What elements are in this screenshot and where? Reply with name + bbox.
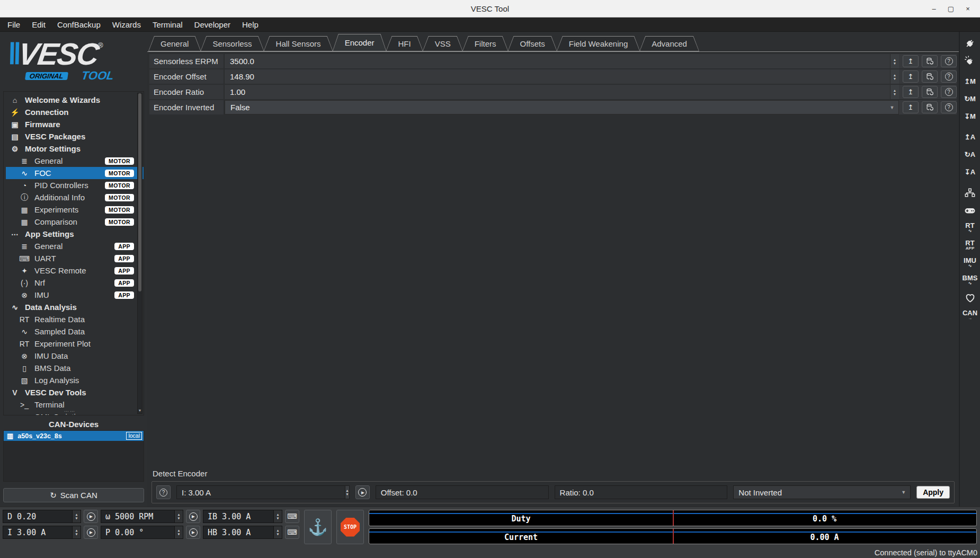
write-app-config-icon[interactable]: ↥A [961, 131, 979, 144]
setpoint-field-p[interactable]: P 0.00 ° ▲▼ [101, 526, 183, 539]
spinner-arrows[interactable]: ▲▼ [273, 510, 282, 522]
tab-vss[interactable]: VSS [423, 36, 463, 51]
keyboard-control-button[interactable]: ⌨ [285, 510, 299, 523]
bms-data-icon[interactable]: BMS∿ [961, 274, 979, 287]
param-help-button[interactable]: ? [941, 55, 957, 67]
write-motor-config-icon[interactable]: ↥M [961, 75, 979, 88]
detect-offset-field[interactable]: Offset: 0.0 [376, 485, 549, 499]
sidebar-item-app-settings[interactable]: ⋯ App Settings [6, 228, 144, 240]
sidebar-item-firmware[interactable]: ▣ Firmware [6, 118, 144, 130]
setpoint-field-i[interactable]: I 3.00 A ▲▼ [3, 526, 81, 539]
menu-item-terminal[interactable]: Terminal [147, 19, 188, 31]
minimize-button[interactable]: – [927, 3, 941, 14]
write-param-button[interactable]: ↥ [903, 101, 919, 113]
reload-motor-config-icon[interactable]: ↻M [961, 93, 979, 105]
sidebar-item-general[interactable]: ≣ General MOTOR [6, 155, 144, 167]
menu-item-help[interactable]: Help [237, 19, 264, 31]
sidebar-item-nrf[interactable]: (·) Nrf APP [6, 277, 144, 289]
param-help-button[interactable]: ? [941, 101, 957, 113]
sidebar-item-imu-data[interactable]: ⊗ IMU Data [6, 350, 144, 362]
tab-field-weakening[interactable]: Field Weakening [557, 36, 640, 51]
write-param-button[interactable]: ↥ [903, 70, 919, 83]
param-value-field[interactable]: False ▼ [225, 100, 899, 114]
param-help-button[interactable]: ? [941, 86, 957, 98]
detect-ratio-field[interactable]: Ratio: 0.0 [555, 485, 728, 499]
nav-scroll-down-icon[interactable]: ▼ [138, 407, 142, 413]
detect-help-button[interactable]: ? [156, 485, 171, 499]
maximize-button[interactable]: ▢ [944, 3, 958, 14]
spinner-arrows[interactable]: ▲▼ [890, 85, 899, 99]
run-setpoint-button[interactable]: ▶ [84, 510, 98, 523]
read-motor-config-icon[interactable]: ↧M [961, 110, 979, 123]
can-forward-icon[interactable] [961, 187, 979, 199]
rt-app-data-icon[interactable]: RTAPP [961, 239, 979, 252]
apply-button[interactable]: Apply [916, 486, 950, 499]
spinner-arrows[interactable]: ▲▼ [345, 486, 349, 499]
scan-can-button[interactable]: ↻ Scan CAN [3, 488, 144, 502]
nav-scrollbar-thumb[interactable] [138, 93, 141, 291]
tab-sensorless[interactable]: Sensorless [200, 36, 264, 51]
sidebar-item-welcome-wizards[interactable]: ⌂ Welcome & Wizards [6, 94, 144, 106]
connect-icon[interactable] [961, 37, 979, 50]
param-value-field[interactable]: 3500.0 [225, 54, 890, 68]
spinner-arrows[interactable]: ▲▼ [273, 526, 282, 538]
param-help-button[interactable]: ? [941, 70, 957, 83]
can-status-icon[interactable]: CAN→ [961, 309, 979, 322]
sidebar-item-sampled-data[interactable]: ∿ Sampled Data [6, 325, 144, 338]
keep-alive-icon[interactable] [961, 291, 979, 304]
gamepad-icon[interactable] [961, 204, 979, 217]
write-param-button[interactable]: ↥ [903, 55, 919, 67]
tab-hfi[interactable]: HFI [386, 36, 423, 51]
write-param-button[interactable]: ↥ [903, 86, 919, 98]
sidebar-item-foc[interactable]: ∿ FOC MOTOR [6, 167, 144, 179]
sidebar-item-additional-info[interactable]: ⓘ Additional Info MOTOR [6, 191, 144, 203]
imu-data-icon[interactable]: IMU∿ [961, 256, 979, 269]
sidebar-item-vesc-dev-tools[interactable]: V VESC Dev Tools [6, 386, 144, 398]
restore-param-button[interactable] [922, 101, 938, 113]
sidebar-item-connection[interactable]: ⚡ Connection [6, 106, 144, 118]
sidebar-item-data-analysis[interactable]: ∿ Data Analysis [6, 301, 144, 313]
restore-param-button[interactable] [922, 70, 938, 83]
keyboard-control-button[interactable]: ⌨ [285, 526, 299, 539]
disconnect-icon[interactable] [961, 55, 979, 67]
spinner-arrows[interactable]: ▲▼ [72, 526, 81, 538]
sidebar-item-pid-controllers[interactable]: ◔ PID Controllers MOTOR [6, 179, 144, 191]
spinner-arrows[interactable]: ▲▼ [174, 510, 183, 522]
detect-current-spinbox[interactable]: I: 3.00 A ▲▼ [176, 485, 350, 499]
sidebar-item-imu[interactable]: ⊗ IMU APP [6, 289, 144, 301]
setpoint-field-ib[interactable]: IB 3.00 A ▲▼ [203, 510, 282, 523]
spinner-arrows[interactable]: ▲▼ [890, 69, 899, 84]
sidebar-item-experiment-plot[interactable]: RT Experiment Plot [6, 338, 144, 350]
menu-item-developer[interactable]: Developer [189, 19, 236, 31]
tab-filters[interactable]: Filters [462, 36, 509, 51]
sidebar-item-general[interactable]: ≣ General APP [6, 240, 144, 252]
rt-data-icon[interactable]: RT∿ [961, 222, 979, 234]
nav-scrollbar[interactable]: ▼ [137, 93, 142, 414]
sidebar-item-uart[interactable]: ⌨ UART APP [6, 252, 144, 264]
spinner-arrows[interactable]: ▲▼ [72, 510, 81, 522]
param-value-field[interactable]: 1.00 [225, 85, 890, 99]
sidebar-item-realtime-data[interactable]: RT Realtime Data [6, 313, 144, 325]
menu-item-confbackup[interactable]: ConfBackup [52, 19, 106, 31]
setpoint-field-hb[interactable]: HB 3.00 A ▲▼ [203, 526, 282, 539]
setpoint-field-[interactable]: ω 5000 RPM ▲▼ [101, 510, 183, 523]
run-setpoint-button[interactable]: ▶ [84, 526, 98, 539]
read-app-config-icon[interactable]: ↧A [961, 166, 979, 179]
sidebar-item-bms-data[interactable]: ▯ BMS Data [6, 362, 144, 374]
menu-item-wizards[interactable]: Wizards [107, 19, 146, 31]
run-setpoint-button[interactable]: ▶ [186, 526, 200, 539]
close-button[interactable]: × [961, 3, 975, 14]
run-setpoint-button[interactable]: ▶ [186, 510, 200, 523]
sidebar-item-experiments[interactable]: ▦ Experiments MOTOR [6, 203, 144, 216]
sidebar-item-comparison[interactable]: ▦ Comparison MOTOR [6, 216, 144, 228]
setpoint-field-d[interactable]: D 0.20 ▲▼ [3, 510, 81, 523]
menu-item-file[interactable]: File [2, 19, 25, 31]
sidebar-item-motor-settings[interactable]: ⚙ Motor Settings [6, 143, 144, 155]
tab-offsets[interactable]: Offsets [508, 36, 557, 51]
param-value-field[interactable]: 148.90 [225, 69, 890, 84]
detect-run-button[interactable]: ▶ [355, 485, 370, 499]
detect-inverted-dropdown[interactable]: Not Inverted ▼ [733, 485, 911, 499]
sidebar-item-vesc-remote[interactable]: ✦ VESC Remote APP [6, 264, 144, 277]
tab-hall-sensors[interactable]: Hall Sensors [264, 36, 333, 51]
spinner-arrows[interactable]: ▲▼ [174, 526, 183, 538]
